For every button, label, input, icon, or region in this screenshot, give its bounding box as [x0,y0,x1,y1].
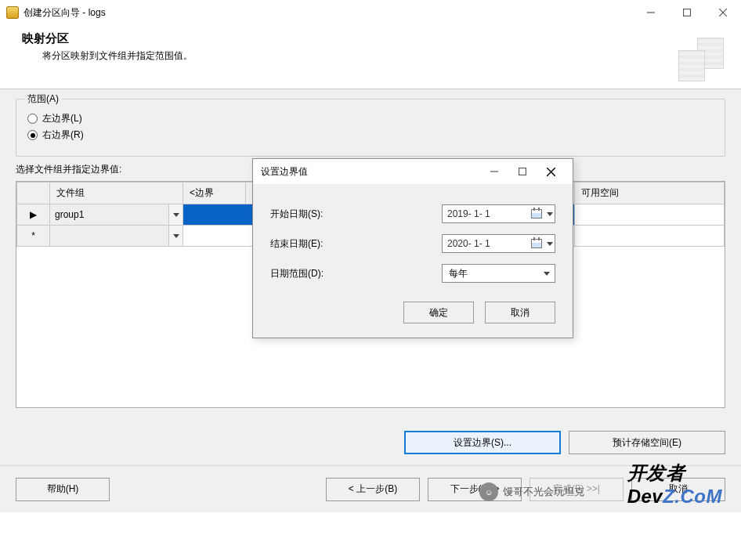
dialog-title: 设置边界值 [261,165,308,179]
chevron-down-icon[interactable] [545,242,555,246]
dialog-titlebar: 设置边界值 [253,159,573,184]
chevron-down-icon[interactable] [545,212,555,216]
date-range-value: 每年 [443,267,539,280]
range-legend: 范围(A) [24,92,62,106]
svg-rect-5 [519,168,526,175]
start-date-value: 2019- 1- 1 [443,208,528,219]
set-boundary-dialog: 设置边界值 开始日期(S): 2019- 1- 1 结束日期(E): [252,158,573,338]
close-button[interactable] [705,0,741,25]
start-date-label: 开始日期(S): [270,208,356,221]
dialog-minimize-button[interactable] [480,160,508,183]
author-watermark: ☺ 馒哥不光会玩坦克 [479,482,584,501]
maximize-button[interactable] [669,0,705,25]
chevron-down-icon[interactable] [168,204,183,225]
header-illustration-icon [672,33,735,88]
chevron-down-icon[interactable] [539,272,555,276]
svg-rect-1 [684,9,691,16]
th-filegroup[interactable]: 文件组 [50,182,183,204]
filegroup-cell[interactable] [50,226,183,247]
filegroup-cell[interactable]: group1 [50,204,183,226]
space-cell [575,226,725,247]
range-groupbox: 范围(A) 左边界(L) 右边界(R) [16,99,725,157]
dialog-ok-button[interactable]: 确定 [403,302,474,323]
th-boundary[interactable]: <边界 [183,182,246,204]
radio-icon [27,130,38,140]
back-button[interactable]: < 上一步(B) [326,478,420,501]
minimize-button[interactable] [633,0,669,25]
row-marker: ▶ [17,204,50,226]
radio-left-boundary[interactable]: 左边界(L) [27,112,714,125]
window-title: 创建分区向导 - logs [23,6,106,20]
calendar-icon[interactable] [528,205,545,222]
chevron-down-icon[interactable] [168,226,183,246]
end-date-value: 2020- 1- 1 [443,238,528,249]
radio-right-label: 右边界(R) [42,128,84,142]
radio-icon [27,114,38,124]
th-available-space[interactable]: 可用空间 [575,182,725,204]
page-subtitle: 将分区映射到文件组并指定范围值。 [42,49,719,63]
wizard-header: 映射分区 将分区映射到文件组并指定范围值。 [0,25,741,89]
dialog-maximize-button[interactable] [508,160,537,183]
filegroup-value: group1 [50,209,168,220]
titlebar: 创建分区向导 - logs [0,0,741,25]
th-rowheader [17,182,50,204]
radio-right-boundary[interactable]: 右边界(R) [27,128,714,142]
start-date-input[interactable]: 2019- 1- 1 [442,204,555,223]
dialog-close-button[interactable] [537,160,565,183]
space-cell [575,204,725,226]
end-date-input[interactable]: 2020- 1- 1 [442,234,555,253]
radio-left-label: 左边界(L) [42,112,82,125]
date-range-label: 日期范围(D): [270,267,356,280]
wizard-navbar: 帮助(H) < 上一步(B) 下一步(N) > 完成(F) >>| 取消 ☺ 馒… [0,465,741,512]
help-button[interactable]: 帮助(H) [16,478,110,501]
row-marker: * [17,226,50,247]
page-title: 映射分区 [22,31,719,46]
end-date-label: 结束日期(E): [270,237,356,251]
dialog-cancel-button[interactable]: 取消 [485,302,555,323]
date-range-select[interactable]: 每年 [442,264,555,283]
app-icon [6,6,19,19]
calendar-icon[interactable] [528,235,545,252]
brand-watermark: 开发者 DevZ.CoM [627,461,722,508]
set-boundary-button[interactable]: 设置边界(S)... [404,431,561,454]
estimate-storage-button[interactable]: 预计存储空间(E) [569,431,725,454]
avatar-icon: ☺ [479,482,498,501]
